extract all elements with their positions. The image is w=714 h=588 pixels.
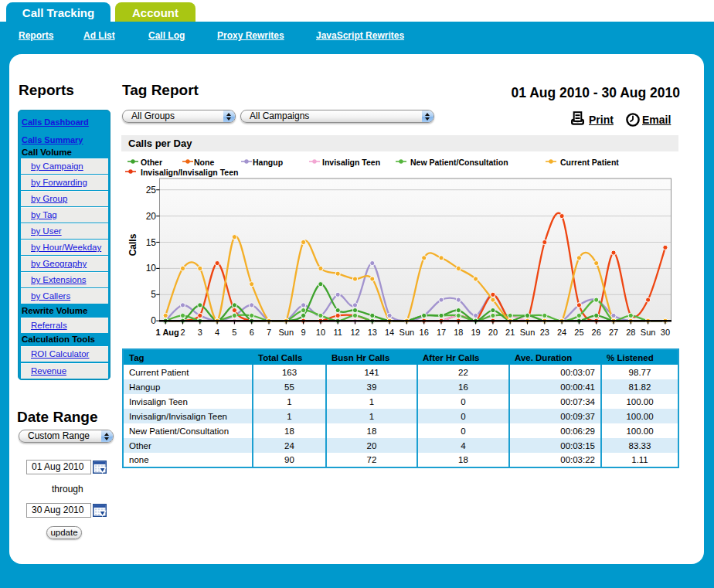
- svg-text:9: 9: [301, 328, 306, 337]
- svg-text:18: 18: [454, 328, 463, 337]
- svg-text:10: 10: [316, 328, 325, 337]
- svg-text:25: 25: [574, 328, 583, 337]
- svg-text:Calls: Calls: [128, 233, 138, 256]
- svg-text:25: 25: [146, 185, 157, 195]
- svg-text:3: 3: [198, 328, 202, 337]
- svg-text:5: 5: [232, 328, 236, 337]
- svg-text:20: 20: [488, 328, 498, 337]
- svg-text:14: 14: [385, 328, 394, 337]
- svg-text:17: 17: [437, 328, 446, 337]
- svg-text:Sun: Sun: [520, 328, 536, 337]
- svg-text:7: 7: [267, 328, 271, 337]
- svg-text:23: 23: [540, 328, 549, 337]
- svg-text:16: 16: [420, 328, 429, 337]
- svg-text:Sun: Sun: [279, 328, 294, 337]
- svg-text:28: 28: [626, 328, 635, 337]
- svg-text:10: 10: [146, 263, 157, 274]
- svg-text:12: 12: [350, 328, 359, 337]
- svg-text:1 Aug: 1 Aug: [156, 328, 179, 337]
- svg-text:15: 15: [146, 237, 157, 248]
- svg-text:21: 21: [505, 328, 515, 337]
- svg-text:11: 11: [333, 328, 342, 337]
- svg-text:30: 30: [661, 328, 670, 337]
- svg-text:2: 2: [180, 328, 185, 337]
- svg-text:24: 24: [557, 328, 566, 337]
- svg-text:20: 20: [146, 211, 157, 222]
- svg-text:Sun: Sun: [641, 328, 656, 337]
- svg-text:6: 6: [250, 328, 254, 337]
- svg-text:5: 5: [151, 289, 156, 300]
- svg-text:4: 4: [215, 328, 219, 337]
- svg-text:13: 13: [368, 328, 377, 337]
- svg-text:Sun: Sun: [400, 328, 415, 337]
- svg-text:0: 0: [151, 315, 156, 326]
- svg-text:26: 26: [592, 328, 601, 337]
- svg-text:27: 27: [609, 328, 618, 337]
- svg-text:19: 19: [471, 328, 480, 337]
